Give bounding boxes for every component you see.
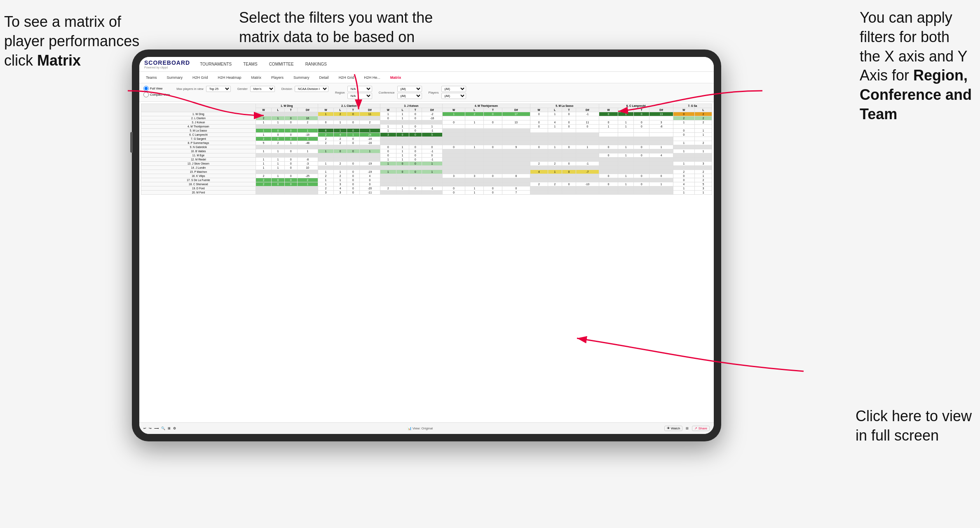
full-view-label[interactable]: Full View (143, 86, 170, 91)
redo-icon[interactable]: ↪ (149, 427, 152, 430)
matrix-data-cell (284, 191, 297, 195)
full-view-radio[interactable] (143, 86, 149, 91)
undo-icon[interactable]: ↩ (143, 427, 146, 430)
matrix-data-cell: 2 (465, 112, 484, 116)
matrix-data-cell (618, 149, 634, 153)
matrix-data-cell (409, 178, 422, 182)
matrix-data-cell (649, 191, 673, 195)
compact-view-label[interactable]: Compact View (143, 92, 170, 97)
matrix-data-cell: 0 (562, 120, 576, 125)
subnav-detail[interactable]: Detail (317, 75, 331, 80)
matrix-data-cell: 1 (272, 120, 284, 125)
players-select-1[interactable]: (All) (441, 86, 466, 92)
matrix-data-cell: 1 (618, 112, 634, 116)
matrix-data-cell (548, 133, 562, 137)
matrix-data-cell: 0 (347, 112, 359, 116)
forward-icon[interactable]: ⟶ (154, 427, 159, 430)
matrix-data-cell (502, 162, 530, 166)
matrix-data-cell (562, 133, 576, 137)
players-select-2[interactable]: (All) (441, 93, 466, 99)
matrix-data-cell: 0 (284, 137, 297, 141)
layout-icon[interactable]: ⊟ (686, 427, 689, 430)
subnav-summary[interactable]: Summary (164, 75, 185, 80)
matrix-data-cell: 0 (347, 170, 359, 174)
region-select-2[interactable]: N/A (347, 93, 372, 99)
matrix-data-cell: 0 (284, 133, 297, 137)
subnav-players[interactable]: Players (269, 75, 286, 80)
matrix-data-cell: 3 (318, 191, 334, 195)
division-select[interactable]: NCAA Division I (295, 86, 328, 92)
annotation-tc-line2: matrix data to be based on (239, 28, 415, 45)
col-sub-dif6: Dif (649, 108, 673, 112)
player-name-cell: 6. C Lamprecht (141, 133, 256, 137)
subnav-h2h-grid[interactable]: H2H Grid (190, 75, 211, 80)
sub-nav: Teams Summary H2H Grid H2H Heatmap Matri… (139, 72, 714, 83)
annotation-top-right: You can apply filters for both the X axi… (860, 8, 972, 124)
matrix-data-cell (530, 158, 548, 162)
matrix-data-cell: 6 (318, 129, 334, 133)
matrix-data-cell: 0 (484, 191, 502, 195)
matrix-data-cell: 3 (442, 174, 465, 178)
player-name-cell: 10. B Valdes (141, 149, 256, 153)
matrix-data-cell: 0 (359, 182, 380, 186)
matrix-data-cell: 1 (465, 186, 484, 191)
matrix-data-cell (548, 153, 562, 158)
max-players-select[interactable]: Top 25 (206, 86, 231, 92)
matrix-data-cell: 5 (694, 182, 712, 186)
annotation-bottom-right: Click here to view in full screen (856, 407, 972, 446)
matrix-data-cell: 0 (347, 120, 359, 125)
matrix-data-cell (634, 129, 649, 133)
region-select-1[interactable]: N/A (347, 86, 372, 92)
matrix-header-empty (141, 104, 256, 112)
subnav-summary2[interactable]: Summary (291, 75, 312, 80)
matrix-data-cell: 0 (409, 162, 422, 166)
player-name-cell: 1. W Ding (141, 112, 256, 116)
matrix-data-cell (347, 125, 359, 129)
matrix-data-cell: 2 (334, 141, 347, 145)
share-button[interactable]: ↗ Share (692, 426, 710, 431)
matrix-data-cell (599, 133, 618, 137)
matrix-data-cell (502, 137, 530, 141)
conference-select-2[interactable]: (All) (397, 93, 422, 99)
compact-view-radio[interactable] (143, 92, 149, 97)
matrix-data-cell: 1 (334, 120, 347, 125)
subnav-teams[interactable]: Teams (143, 75, 159, 80)
subnav-matrix[interactable]: Matrix (249, 75, 264, 80)
zoom-icon[interactable]: 🔍 (161, 427, 165, 430)
subnav-matrix-active[interactable]: Matrix (388, 75, 404, 80)
gender-select[interactable]: Men's (250, 86, 275, 92)
conference-select-1[interactable]: (All) (397, 86, 422, 92)
matrix-data-cell (380, 137, 396, 141)
matrix-self-cell (318, 116, 334, 120)
nav-rankings[interactable]: RANKINGS (304, 61, 328, 67)
matrix-data-cell: 2 (694, 116, 712, 120)
matrix-data-cell (530, 153, 548, 158)
matrix-data-cell: 1 (380, 158, 396, 162)
toolbar-center: 📊 View: Original (408, 427, 433, 430)
nav-committee[interactable]: COMMITTEE (267, 61, 295, 67)
subnav-h2h-grid2[interactable]: H2H Grid (336, 75, 357, 80)
matrix-data-cell (530, 137, 548, 141)
matrix-data-cell: 1 (673, 162, 694, 166)
subnav-h2h-heatmap[interactable]: H2H Heatmap (216, 75, 244, 80)
logo-text: SCOREBOARD (144, 59, 190, 66)
watch-button[interactable]: 👁 Watch (664, 426, 683, 431)
matrix-data-cell (409, 182, 422, 186)
matrix-data-cell (634, 137, 649, 141)
matrix-data-cell: 2 (256, 137, 272, 141)
matrix-data-cell (380, 182, 396, 186)
subnav-h2h-he[interactable]: H2H He... (361, 75, 383, 80)
matrix-data-cell: 0 (442, 186, 465, 191)
matrix-data-cell: 2 (548, 182, 562, 186)
nav-tournaments[interactable]: TOURNAMENTS (198, 61, 233, 67)
fit-icon[interactable]: ⊞ (168, 427, 171, 430)
matrix-data-cell (634, 158, 649, 162)
matrix-scroll-wrapper[interactable]: 1. W Ding 2. L Clanton 3. J Koivun 4. M … (139, 102, 714, 422)
matrix-data-cell: 0 (284, 174, 297, 178)
matrix-data-cell (599, 129, 618, 133)
matrix-data-cell (484, 162, 502, 166)
col-header-l-clanton: 2. L Clanton (318, 104, 380, 108)
matrix-data-cell (673, 137, 694, 141)
nav-teams[interactable]: TEAMS (241, 61, 259, 67)
settings-icon[interactable]: ⚙ (173, 427, 176, 430)
